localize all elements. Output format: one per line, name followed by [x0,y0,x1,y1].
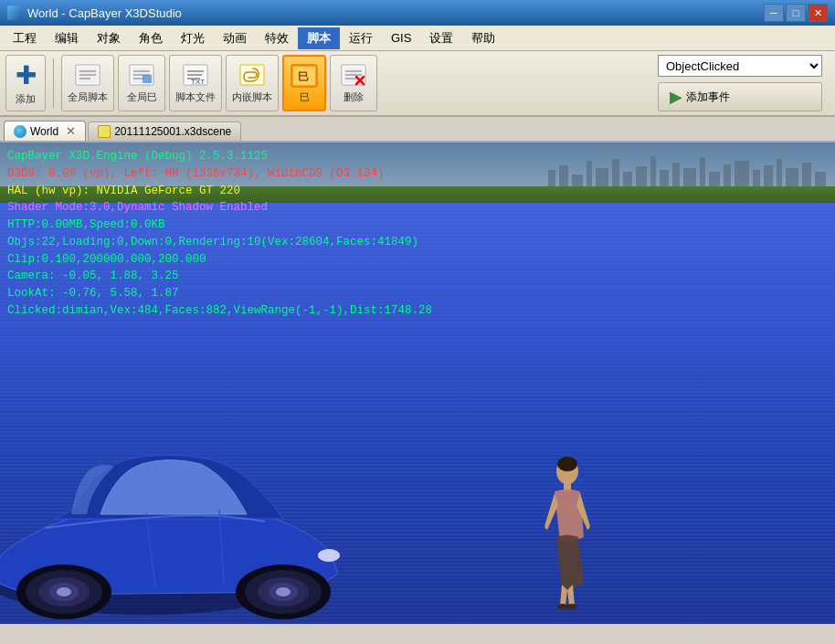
delete-label: 删除 [344,90,364,104]
menu-effect[interactable]: 特效 [256,27,298,49]
debug-line-6: Clip:0.100,200000.000,200.000 [7,251,432,269]
app-icon [7,5,22,20]
ij-icon: 巳 [290,63,319,89]
menubar: 工程 编辑 对象 角色 灯光 动画 特效 脚本 运行 GIS 设置 帮助 [0,26,835,51]
menu-edit[interactable]: 编辑 [46,27,88,49]
svg-point-56 [276,587,291,596]
maximize-button[interactable]: □ [786,4,806,22]
event-dropdown[interactable]: ObjectClicked SceneStart SceneEnd OnUpda… [658,55,822,77]
tab-world-label: World [30,125,58,138]
tab-world-close[interactable]: ✕ [66,124,76,138]
svg-point-69 [566,604,577,609]
menu-help[interactable]: 帮助 [462,27,504,49]
svg-rect-10 [143,75,152,83]
tabsbar: World ✕ 20111125001.x3dscene [0,117,835,143]
file-icon [98,125,111,138]
add-event-label: 添加事件 [686,90,730,105]
svg-point-66 [557,457,577,471]
menu-script[interactable]: 脚本 [298,27,340,49]
minimize-button[interactable]: ─ [764,4,784,22]
script-file-label: 脚本文件 [175,90,216,104]
add-button[interactable]: ✚ 添加 [5,55,46,111]
svg-text:TXT: TXT [191,78,205,86]
add-event-icon: ▶ [670,87,682,107]
titlebar: World - CapBayer X3DStudio ─ □ ✕ [0,0,835,26]
debug-line-4: HTTP:0.00MB,Speed:0.0KB [7,216,432,234]
close-button[interactable]: ✕ [808,4,828,22]
menu-animate[interactable]: 动画 [214,27,256,49]
globe-icon [14,125,26,138]
debug-line-5: Objs:22,Loading:0,Down:0,Rendering:10(Ve… [7,234,432,251]
tab-scene-label: 20111125001.x3dscene [114,125,231,138]
menu-settings[interactable]: 设置 [420,27,462,49]
window-controls: ─ □ ✕ [764,4,828,22]
add-icon: ✚ [16,60,37,90]
debug-line-8: LookAt: -0.76, 5.58, 1.87 [7,285,432,302]
tab-scene[interactable]: 20111125001.x3dscene [88,121,241,141]
menu-role[interactable]: 角色 [130,27,172,49]
viewport[interactable]: CapBayer X3D.Engine (Debug) 2.5.3.1125 D… [0,143,835,624]
character-model [538,455,597,615]
menu-gis[interactable]: GIS [382,28,420,48]
title-text: World - CapBayer X3DStudio [27,6,182,20]
debug-line-7: Camera: -0.05, 1.88, 3.25 [7,268,432,285]
menu-run[interactable]: 运行 [340,27,382,49]
debug-line-1: D3D9: 0.09 (vp), Left: HH (1336x734), Wi… [7,165,432,183]
global-ij-label: 全局巳 [127,90,157,104]
debug-line-2: HAL (hw vp): NVIDIA GeForce GT 220 [7,183,432,200]
menu-project[interactable]: 工程 [4,27,46,49]
delete-icon [339,63,368,89]
menu-object[interactable]: 对象 [88,27,130,49]
toolbar: ✚ 添加 全局脚本 全局巳 [0,51,835,117]
menu-light[interactable]: 灯光 [172,27,214,49]
svg-point-62 [318,549,340,562]
embed-script-button[interactable]: 内嵌脚本 [226,55,279,111]
embed-script-icon [238,63,267,89]
car-model [0,368,375,624]
add-event-button[interactable]: ▶ 添加事件 [658,82,822,111]
toolbar-right: ObjectClicked SceneStart SceneEnd OnUpda… [650,55,830,111]
script-file-icon: TXT [181,63,210,89]
debug-line-0: CapBayer X3D.Engine (Debug) 2.5.3.1125 [7,148,432,165]
svg-point-61 [57,587,71,596]
script-file-button[interactable]: TXT 脚本文件 [169,55,222,111]
debug-overlay: CapBayer X3D.Engine (Debug) 2.5.3.1125 D… [7,148,432,320]
event-dropdown-container: ObjectClicked SceneStart SceneEnd OnUpda… [658,55,822,77]
global-script-label: 全局脚本 [68,90,108,104]
global-ij-button[interactable]: 全局巳 [118,55,165,111]
global-ij-icon [127,63,156,89]
tab-world[interactable]: World ✕ [4,121,86,141]
svg-text:巳: 巳 [298,70,309,83]
add-label: 添加 [16,92,36,106]
global-script-icon [73,63,102,89]
debug-line-9: Clicked:dimian,Vex:484,Faces:882,ViewRan… [7,302,432,320]
ij-button[interactable]: 巳 巳 [282,55,326,111]
global-script-button[interactable]: 全局脚本 [61,55,114,111]
embed-script-label: 内嵌脚本 [232,90,272,104]
delete-button[interactable]: 删除 [330,55,377,111]
divider-1 [53,58,54,108]
debug-line-3: Shader Mode:3.0,Dynamic Shadow Enabled [7,199,432,216]
ij-label: 巳 [300,90,310,104]
